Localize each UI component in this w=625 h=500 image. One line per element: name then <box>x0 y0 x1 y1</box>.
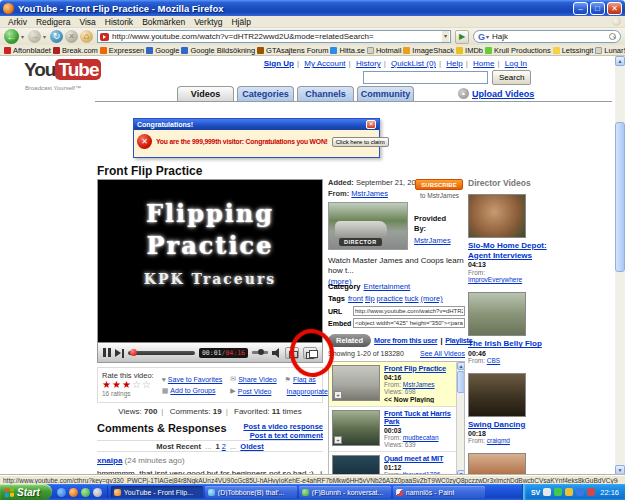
task-messenger-2[interactable]: (F)Bunnh - konversat... <box>299 486 391 498</box>
uploader-link[interactable]: MstrJames <box>351 189 388 198</box>
url-bar[interactable]: http://www.youtube.com/watch?v=dHTR22wwd… <box>97 30 451 43</box>
save-to-favorites-link[interactable]: ♥Save to Favorites <box>162 376 223 383</box>
back-dropdown-icon[interactable]: ▾ <box>21 33 24 40</box>
window-titlebar[interactable]: YouTube - Front Flip Practice - Mozilla … <box>0 0 625 16</box>
tray-icon[interactable] <box>543 488 551 496</box>
related-uploader-link[interactable]: mudbecatan <box>403 434 439 441</box>
seek-handle[interactable] <box>130 349 137 356</box>
see-all-videos-link[interactable]: See All Videos <box>420 350 465 357</box>
maximize-button[interactable]: □ <box>590 2 605 15</box>
browser-search-value[interactable]: Hajk <box>492 32 609 41</box>
director-thumbnail[interactable] <box>468 453 526 475</box>
history-link[interactable]: History <box>356 59 381 68</box>
post-text-comment-link[interactable]: Post a text comment <box>243 431 323 440</box>
page-1[interactable]: 1 <box>215 442 219 451</box>
director-uploader-link[interactable]: CBS <box>487 357 500 364</box>
related-title-link[interactable]: Front Tuck at Harris Park <box>384 410 461 427</box>
star-icon[interactable]: ☆ <box>132 379 142 390</box>
related-thumbnail[interactable]: + <box>332 455 380 475</box>
page-2-link[interactable]: 2 <box>222 442 226 451</box>
reload-button[interactable]: ↻ <box>50 30 63 43</box>
menu-historik[interactable]: Historik <box>101 17 137 27</box>
magnifier-icon[interactable] <box>609 33 616 40</box>
flag-link[interactable]: ⚑Flag as <box>285 376 328 384</box>
site-search-input[interactable] <box>363 71 488 84</box>
tab-more-from-user[interactable]: More from this user <box>374 336 437 345</box>
related-item[interactable]: + Front Flip Practice 04:16 From: MstrJa… <box>329 362 464 407</box>
scrollbar-thumb[interactable] <box>615 122 625 272</box>
tag-link[interactable]: practice <box>377 294 403 303</box>
menu-redigera[interactable]: Redigera <box>32 17 75 27</box>
star-rating[interactable]: ★★★☆☆ <box>102 380 154 390</box>
quicklaunch-firefox-icon[interactable] <box>69 488 78 497</box>
bookmark-item[interactable]: Google Bildsökning <box>181 46 255 55</box>
uploader-thumbnail[interactable]: DIRECTOR <box>328 202 408 250</box>
related-uploader-link[interactable]: MstrJames <box>403 381 435 388</box>
login-link[interactable]: Log In <box>505 59 527 68</box>
magnify-icon[interactable]: + <box>334 436 342 444</box>
bookmark-item[interactable]: Krull Productions <box>485 46 551 55</box>
menu-verktyg[interactable]: Verktyg <box>190 17 226 27</box>
category-link[interactable]: Entertainment <box>364 282 411 291</box>
tray-icon[interactable] <box>565 488 573 496</box>
bookmark-item[interactable]: ImageShack <box>403 46 454 55</box>
back-button[interactable]: ← <box>4 29 19 44</box>
url-dropdown-icon[interactable]: ▾ <box>442 31 449 42</box>
tag-link[interactable]: front <box>348 294 363 303</box>
scroll-up-icon[interactable]: ▲ <box>457 362 465 370</box>
volume-slider[interactable] <box>252 351 268 354</box>
director-uploader-link[interactable]: craigmd <box>487 437 510 444</box>
star-icon[interactable]: ★ <box>122 379 132 390</box>
related-list-scrollbar[interactable]: ▲ ▼ <box>456 362 464 475</box>
youtube-logo[interactable]: YouTube <box>24 59 101 81</box>
oldest-link[interactable]: Oldest <box>240 442 263 451</box>
forward-dropdown-icon[interactable]: ▾ <box>43 33 46 40</box>
upload-videos-link[interactable]: ▲ Upload Videos <box>458 88 534 99</box>
next-icon[interactable] <box>115 348 124 357</box>
speaker-icon[interactable] <box>272 348 281 357</box>
home-button[interactable]: ⌂ <box>80 30 93 43</box>
tray-icon[interactable] <box>554 488 562 496</box>
bookmark-item[interactable]: Expressen <box>100 46 144 55</box>
subscribe-button[interactable]: SUBSCRIBE <box>415 179 463 190</box>
scroll-down-icon[interactable]: ▼ <box>615 465 625 475</box>
provided-by-link[interactable]: MstrJames <box>414 236 451 245</box>
tray-icon[interactable] <box>576 488 584 496</box>
language-indicator[interactable]: SV <box>531 489 540 496</box>
add-to-groups-link[interactable]: ▦Add to Groups <box>162 387 223 395</box>
director-thumbnail[interactable] <box>468 194 526 238</box>
director-title-link[interactable]: Slo-Mo Home Depot: Agent Interviews <box>468 241 560 260</box>
star-icon[interactable]: ★ <box>102 379 112 390</box>
tray-icon[interactable] <box>587 488 595 496</box>
close-button[interactable]: ✕ <box>607 2 622 15</box>
bookmark-item[interactable]: Hotmail <box>367 46 401 55</box>
quicklaunch-desktop-icon[interactable] <box>93 488 102 497</box>
director-title-link[interactable]: Swing Dancing <box>468 420 560 430</box>
quicklist-link[interactable]: QuickList (0) <box>391 59 436 68</box>
quicklaunch-ie-icon[interactable] <box>57 488 66 497</box>
menu-bokmarken[interactable]: Bokmärken <box>138 17 189 27</box>
tag-link[interactable]: tuck <box>405 294 419 303</box>
tab-community[interactable]: Community <box>357 86 414 101</box>
related-title-link[interactable]: Quad meet at MIT <box>384 455 461 464</box>
share-video-link[interactable]: ✉Share Video <box>230 375 276 383</box>
flag-link[interactable]: Inappropriate <box>285 388 328 395</box>
related-title-link[interactable]: Front Flip Practice <box>384 365 461 374</box>
bookmark-item[interactable]: LunarStorm <box>595 46 625 55</box>
volume-handle[interactable] <box>258 349 264 355</box>
bookmark-item[interactable]: Letssingit <box>553 46 594 55</box>
my-account-link[interactable]: My Account <box>304 59 345 68</box>
start-button[interactable]: Start <box>0 484 52 500</box>
director-title-link[interactable]: The Irish Belly Flop <box>468 339 560 349</box>
bookmark-item[interactable]: Google <box>146 46 179 55</box>
director-thumbnail[interactable] <box>468 373 526 417</box>
bookmark-item[interactable]: IMDb <box>456 46 483 55</box>
tab-videos[interactable]: Videos <box>177 86 234 101</box>
video-url-input[interactable] <box>353 306 465 316</box>
task-firefox[interactable]: YouTube - Front Flip... <box>111 486 203 498</box>
seek-bar[interactable] <box>128 351 195 355</box>
stop-button[interactable]: ✕ <box>65 30 78 43</box>
related-thumbnail[interactable]: + <box>332 365 380 401</box>
forward-button[interactable]: → <box>28 30 41 43</box>
tag-link[interactable]: flip <box>365 294 375 303</box>
